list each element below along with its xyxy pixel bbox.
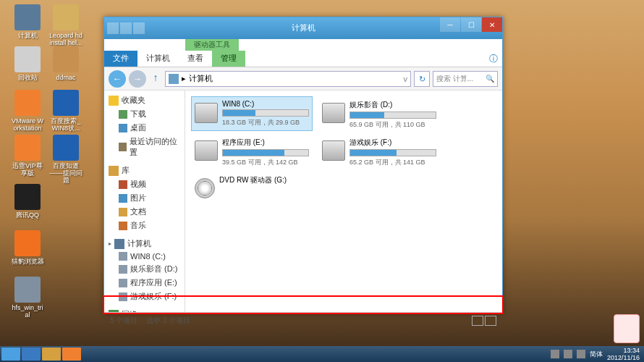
usage-bar xyxy=(222,149,309,156)
desktop-icon[interactable]: VMware Workstation xyxy=(10,90,45,132)
icon-label: 百度搜索_WIN8状... xyxy=(48,117,83,132)
taskbar: 简体 13:34 2012/11/16 xyxy=(0,346,644,362)
drive-name: 娱乐影音 (D:) xyxy=(349,100,436,110)
drive-icon xyxy=(119,265,127,274)
sidebar-item-drive-d[interactable]: 娱乐影音 (D:) xyxy=(104,262,185,276)
sidebar-libraries[interactable]: 库 xyxy=(104,164,185,177)
app-icon xyxy=(14,135,41,161)
computer-icon xyxy=(114,239,124,249)
sidebar-item-recent[interactable]: 最近访问的位置 xyxy=(104,135,185,159)
up-button[interactable]: ↑ xyxy=(149,72,162,86)
drive-icon xyxy=(119,279,127,287)
qat-icons xyxy=(107,22,145,34)
help-icon[interactable]: ⓘ xyxy=(489,51,498,67)
start-button[interactable] xyxy=(1,348,20,361)
drive-item[interactable]: DVD RW 驱动器 (G:) xyxy=(191,172,313,206)
sidebar-network[interactable]: 网络 xyxy=(104,308,185,312)
status-bar: 5 个项目 选中 1 个项目 xyxy=(104,312,502,328)
sidebar-item-drive-f[interactable]: 游戏娱乐 (F:) xyxy=(104,290,185,303)
tab-computer[interactable]: 计算机 xyxy=(137,51,179,67)
desktop-icon[interactable]: Leopard hd install hel... xyxy=(48,4,83,46)
close-button[interactable]: ✕ xyxy=(482,17,502,32)
drive-icon xyxy=(195,140,218,161)
view-details-icon[interactable] xyxy=(472,316,483,326)
drive-item[interactable]: 程序应用 (E:)39.5 GB 可用，共 142 GB xyxy=(191,134,313,169)
taskbar-vmware[interactable] xyxy=(62,348,81,361)
desktop-icon[interactable]: ddmac xyxy=(48,46,83,81)
maximize-button[interactable]: ☐ xyxy=(461,17,481,32)
drive-item[interactable]: 娱乐影音 (D:)65.9 GB 可用，共 110 GB xyxy=(318,96,440,131)
drive-item[interactable]: WIN8 (C:)18.3 GB 可用，共 29.9 GB xyxy=(191,96,313,131)
nav-bar: ← → ↑ ▸ 计算机 v ↻ 搜索 计算... 🔍 xyxy=(104,67,502,90)
document-icon xyxy=(119,208,127,216)
taskbar-explorer[interactable] xyxy=(42,348,61,361)
sidebar-item-downloads[interactable]: 下载 xyxy=(104,107,185,121)
drive-item[interactable]: 游戏娱乐 (F:)65.2 GB 可用，共 141 GB xyxy=(318,134,440,169)
clock-time[interactable]: 13:34 xyxy=(607,347,640,354)
status-item-count: 5 个项目 xyxy=(110,316,137,326)
view-tiles-icon[interactable] xyxy=(485,316,496,326)
icon-label: 猎豹浏览器 xyxy=(10,258,45,265)
sidebar-computer[interactable]: ▸计算机 xyxy=(104,237,185,251)
desktop-icon[interactable]: 百度搜索_WIN8状... xyxy=(48,90,83,132)
ime-indicator[interactable] xyxy=(614,314,640,343)
sidebar: 收藏夹 下载 桌面 最近访问的位置 库 视频 图片 文档 音乐 ▸计算机 WIN… xyxy=(104,90,185,312)
desktop-icon[interactable]: 百度知道——提问问题 xyxy=(48,135,83,184)
tab-bar: 文件 计算机 查看 管理 ⓘ xyxy=(104,51,502,67)
ribbon: 驱动器工具 文件 计算机 查看 管理 ⓘ xyxy=(104,39,502,67)
star-icon xyxy=(109,96,119,106)
desktop-icon[interactable]: 迅雷VIP尊享版 xyxy=(10,135,45,177)
drive-info: 39.5 GB 可用，共 142 GB xyxy=(222,158,309,167)
sidebar-favorites[interactable]: 收藏夹 xyxy=(104,93,185,107)
app-icon xyxy=(53,4,79,30)
desktop-icon[interactable]: 计算机 xyxy=(10,4,45,39)
back-button[interactable]: ← xyxy=(109,70,126,88)
address-bar[interactable]: ▸ 计算机 v xyxy=(165,71,411,87)
forward-button[interactable]: → xyxy=(129,70,146,88)
minimize-button[interactable]: ─ xyxy=(440,17,460,32)
tray-icon[interactable] xyxy=(551,350,559,358)
icon-label: 百度知道——提问问题 xyxy=(48,162,83,184)
context-tab[interactable]: 驱动器工具 xyxy=(185,39,239,51)
tray-icon[interactable] xyxy=(577,350,585,358)
icon-label: hfs_win_trial xyxy=(10,304,45,319)
video-icon xyxy=(119,180,127,189)
search-input[interactable]: 搜索 计算... 🔍 xyxy=(433,71,498,87)
titlebar[interactable]: 计算机 ─ ☐ ✕ xyxy=(104,17,502,39)
desktop-icon[interactable]: 腾讯QQ xyxy=(10,184,45,219)
drive-name: 游戏娱乐 (F:) xyxy=(349,138,436,148)
drive-icon xyxy=(322,140,345,161)
tray-icon[interactable] xyxy=(564,350,572,358)
sidebar-item-drive-c[interactable]: WIN8 (C:) xyxy=(104,251,185,262)
sidebar-item-music[interactable]: 音乐 xyxy=(104,219,185,232)
sidebar-item-drive-e[interactable]: 程序应用 (E:) xyxy=(104,276,185,290)
sidebar-item-videos[interactable]: 视频 xyxy=(104,177,185,191)
drive-name: WIN8 (C:) xyxy=(222,100,309,108)
picture-icon xyxy=(119,194,127,203)
sidebar-item-documents[interactable]: 文档 xyxy=(104,205,185,219)
app-icon xyxy=(14,90,41,116)
desktop-icon[interactable]: hfs_win_trial xyxy=(10,277,45,319)
sidebar-item-desktop[interactable]: 桌面 xyxy=(104,121,185,135)
usage-bar xyxy=(349,111,436,119)
tab-view[interactable]: 查看 xyxy=(179,51,212,67)
sidebar-item-pictures[interactable]: 图片 xyxy=(104,191,185,205)
drive-name: 程序应用 (E:) xyxy=(222,138,309,148)
drive-icon xyxy=(119,292,127,301)
desktop-icon[interactable]: 回收站 xyxy=(10,46,45,81)
drive-info: 18.3 GB 可用，共 29.9 GB xyxy=(222,118,309,127)
computer-icon xyxy=(169,74,179,84)
ime-label[interactable]: 简体 xyxy=(590,350,603,359)
library-icon xyxy=(109,166,119,176)
address-text: 计算机 xyxy=(189,73,213,84)
taskbar-ie[interactable] xyxy=(22,348,41,361)
desktop-icon[interactable]: 猎豹浏览器 xyxy=(10,230,45,265)
drive-icon xyxy=(322,103,345,123)
icon-label: 腾讯QQ xyxy=(10,211,45,219)
tab-manage[interactable]: 管理 xyxy=(212,51,245,67)
clock-icon xyxy=(119,143,127,151)
icon-label: ddmac xyxy=(48,74,83,81)
download-icon xyxy=(119,110,127,119)
tab-file[interactable]: 文件 xyxy=(104,51,137,67)
refresh-button[interactable]: ↻ xyxy=(414,71,430,87)
